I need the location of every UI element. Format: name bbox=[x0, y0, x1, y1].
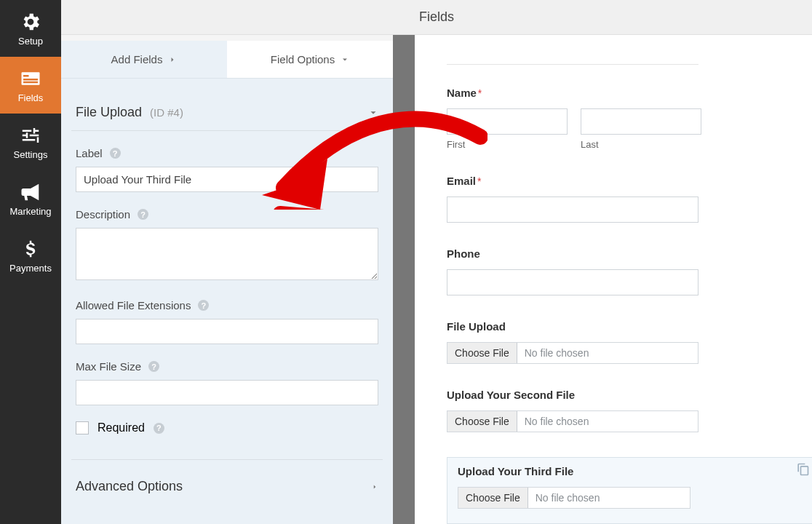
sidebar-item-label: Setup bbox=[18, 36, 43, 47]
sidebar-item-label: Fields bbox=[18, 92, 44, 103]
file-upload-header[interactable]: File Upload (ID #4) bbox=[71, 89, 383, 131]
chevron-right-icon bbox=[371, 482, 378, 492]
allowed-extensions-label: Allowed File Extensions bbox=[76, 299, 191, 311]
sidebar-item-label: Settings bbox=[14, 149, 48, 160]
sidebar-item-fields[interactable]: Fields bbox=[0, 57, 61, 114]
choose-file-button[interactable]: Choose File bbox=[447, 411, 517, 432]
main-sidebar: Setup Fields Settings Marketing Payments bbox=[0, 0, 61, 524]
help-icon[interactable]: ? bbox=[154, 423, 164, 434]
gear-icon bbox=[20, 11, 41, 33]
preview-email-field: Email* bbox=[447, 175, 812, 223]
last-name-sublabel: Last bbox=[581, 139, 701, 150]
panel-divider bbox=[393, 35, 415, 524]
max-file-size-input[interactable] bbox=[76, 380, 378, 405]
editor-panel: Add Fields Field Options File Upload (ID… bbox=[61, 35, 393, 524]
tab-label: Field Options bbox=[271, 53, 335, 66]
chevron-right-icon bbox=[168, 55, 177, 64]
chevron-down-icon bbox=[341, 55, 349, 64]
phone-label: Phone bbox=[447, 247, 480, 260]
fields-icon bbox=[20, 68, 41, 90]
required-checkbox[interactable] bbox=[76, 421, 89, 434]
svg-rect-2 bbox=[23, 79, 38, 81]
tab-field-options[interactable]: Field Options bbox=[227, 41, 393, 78]
sidebar-item-setup[interactable]: Setup bbox=[0, 0, 61, 57]
bullhorn-icon bbox=[20, 181, 41, 203]
page-title: Fields bbox=[419, 9, 454, 25]
preview-name-field: Name* First Last bbox=[447, 87, 812, 150]
last-name-input[interactable] bbox=[581, 108, 701, 135]
required-asterisk: * bbox=[478, 87, 482, 99]
no-file-text: No file chosen bbox=[517, 347, 589, 359]
tab-label: Add Fields bbox=[111, 53, 163, 66]
sidebar-item-label: Payments bbox=[9, 263, 52, 274]
preview-file-upload-2: Upload Your Second File Choose File No f… bbox=[447, 389, 812, 432]
help-icon[interactable]: ? bbox=[148, 361, 159, 372]
choose-file-button[interactable]: Choose File bbox=[447, 343, 517, 363]
required-label: Required bbox=[97, 421, 145, 434]
file-upload-3-label: Upload Your Third File bbox=[458, 465, 573, 477]
required-asterisk: * bbox=[477, 175, 481, 187]
help-icon[interactable]: ? bbox=[198, 300, 209, 311]
field-id-label: (ID #4) bbox=[150, 106, 183, 119]
preview-file-upload-3-selected[interactable]: Upload Your Third File Choose File No fi… bbox=[447, 457, 812, 524]
tab-add-fields[interactable]: Add Fields bbox=[61, 41, 227, 78]
duplicate-icon[interactable] bbox=[795, 462, 810, 477]
sidebar-item-payments[interactable]: Payments bbox=[0, 227, 61, 284]
help-icon[interactable]: ? bbox=[138, 209, 148, 220]
phone-input[interactable] bbox=[447, 269, 698, 295]
email-label: Email bbox=[447, 175, 476, 187]
editor-tabs: Add Fields Field Options bbox=[61, 41, 393, 79]
help-icon[interactable]: ? bbox=[110, 148, 121, 159]
sidebar-item-settings[interactable]: Settings bbox=[0, 114, 61, 170]
file-upload-1-label: File Upload bbox=[447, 320, 506, 333]
choose-file-button[interactable]: Choose File bbox=[458, 488, 528, 508]
max-file-size-label: Max File Size bbox=[76, 360, 141, 373]
preview-file-upload-1: File Upload Choose File No file chosen bbox=[447, 320, 812, 364]
preview-divider bbox=[447, 64, 698, 65]
page-header: Fields bbox=[61, 0, 812, 35]
first-name-input[interactable] bbox=[447, 108, 568, 135]
label-input[interactable] bbox=[76, 167, 378, 192]
field-options-panel[interactable]: File Upload (ID #4) Label ? Description … bbox=[61, 79, 393, 524]
name-label: Name bbox=[447, 87, 477, 99]
label-label: Label bbox=[76, 147, 103, 159]
sliders-icon bbox=[20, 124, 41, 146]
description-label: Description bbox=[76, 208, 130, 221]
preview-phone-field: Phone bbox=[447, 247, 812, 295]
file-upload-2-label: Upload Your Second File bbox=[447, 389, 575, 401]
dollar-icon bbox=[20, 238, 41, 260]
allowed-extensions-input[interactable] bbox=[76, 319, 378, 344]
sidebar-item-label: Marketing bbox=[9, 206, 51, 217]
svg-rect-1 bbox=[23, 75, 29, 77]
chevron-down-icon bbox=[368, 108, 378, 118]
sidebar-item-marketing[interactable]: Marketing bbox=[0, 170, 61, 227]
svg-rect-3 bbox=[23, 81, 38, 83]
first-name-sublabel: First bbox=[447, 139, 568, 150]
field-type-title: File Upload bbox=[76, 105, 142, 119]
no-file-text: No file chosen bbox=[517, 416, 589, 427]
email-input[interactable] bbox=[447, 196, 698, 223]
no-file-text: No file chosen bbox=[528, 492, 600, 504]
description-input[interactable] bbox=[76, 228, 378, 280]
advanced-options-title: Advanced Options bbox=[76, 479, 183, 494]
advanced-options-header[interactable]: Advanced Options bbox=[71, 459, 383, 513]
form-preview: Name* First Last Email* Phone File Uploa… bbox=[415, 35, 812, 524]
